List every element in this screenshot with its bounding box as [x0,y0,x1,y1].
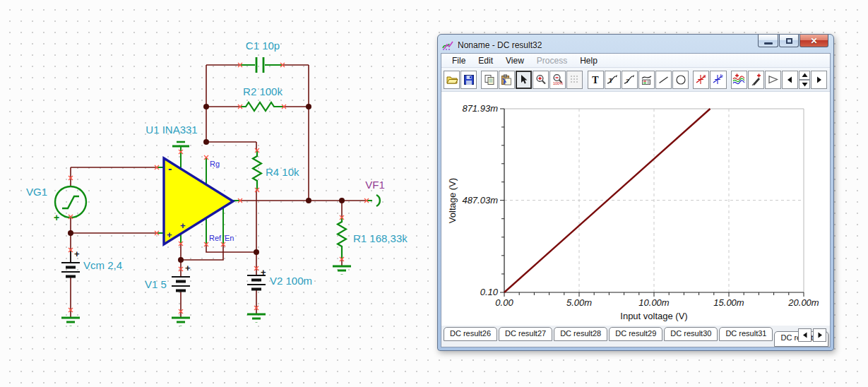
y-tick-label: 487.03m [462,195,498,206]
paste-button[interactable] [499,71,515,89]
component-r2[interactable] [240,102,284,111]
page-spinner[interactable] [799,71,810,89]
tab-dc-result30[interactable]: DC result30 [664,327,718,341]
vg1-plus-mark: + [54,212,59,223]
label-u1[interactable]: U1 INA331 [145,124,197,136]
label-vcm[interactable]: Vcm 2,4 [83,259,122,271]
component-v1[interactable] [172,277,190,291]
x-tick-label: 20.00m [787,297,819,308]
svg-text:T: T [592,75,599,85]
menu-process: Process [530,54,573,67]
svg-text:b: b [720,73,723,79]
title-bar[interactable]: Noname - DC result32 ✕ [441,37,831,53]
opamp-plus-mark2: + [180,220,186,231]
add-curves-icon [732,73,745,85]
maximize-icon [786,38,792,44]
pointer-tool-button[interactable] [516,71,532,89]
label-vf1[interactable]: VF1 [365,179,385,191]
text-tool-icon: T [590,74,600,85]
schematic-canvas[interactable]: C1 10p R2 100k U1 INA331 R4 10k VG1 Vcm … [0,0,438,387]
maximize-button[interactable] [779,35,799,47]
cursor-a-button[interactable]: a [693,71,709,89]
label-v2[interactable]: V2 100m [270,275,312,287]
marker-arrow-button[interactable] [765,71,781,89]
text-tool-button[interactable]: T [588,71,604,89]
zoom-in-button[interactable] [533,71,549,89]
cursor-a-icon: a [695,73,707,85]
curve-label-icon: T [607,74,619,85]
svg-text:100%: 100% [553,81,563,85]
curve-label-button[interactable]: T [605,71,621,89]
minimize-button[interactable] [758,35,778,47]
result-tab-bar: DC result26 DC result27 DC result28 DC r… [441,326,830,347]
marker-arrow-icon [768,74,779,85]
copy-button[interactable] [481,71,497,89]
curve-query-button[interactable]: ? [622,71,638,89]
vcm-plus-mark: + [74,249,80,259]
label-r1[interactable]: R1 168,33k [353,232,408,244]
toolbar: 100% T [441,68,830,92]
tina-desktop: { "circuit": { "colors": { "wire": "#6e1… [0,0,868,387]
probe-button[interactable] [748,71,764,89]
x-tick-label: 15.00m [713,297,744,308]
menu-help[interactable]: Help [573,54,604,67]
x-axis-title: Input voltage (V) [620,311,687,321]
minimize-icon [764,42,773,44]
tab-dc-result27[interactable]: DC result27 [499,327,552,341]
close-button[interactable]: ✕ [799,35,828,47]
grid-toggle-button [566,71,583,89]
zoom-in-icon [535,74,547,85]
label-v1[interactable]: V1 5 [145,278,167,290]
result-window: Noname - DC result32 ✕ File Edit View Pr… [437,34,834,351]
node-x-marks [69,63,369,314]
probe-pen-icon [750,73,762,85]
tab-dc-result28[interactable]: DC result28 [554,327,607,341]
dc-transfer-chart[interactable]: 0.005.00m10.00m15.00m20.00m0.10487.03m87… [441,92,831,326]
menu-edit[interactable]: Edit [472,54,499,67]
svg-text:T: T [609,78,613,84]
save-button[interactable] [460,71,477,89]
spinner-up-button[interactable] [799,71,810,80]
component-c1[interactable] [240,57,283,73]
label-vg1[interactable]: VG1 [26,186,47,198]
menu-file[interactable]: File [446,54,472,67]
diagram-curves-icon [442,40,454,51]
menu-view[interactable]: View [499,54,530,67]
line-tool-button[interactable] [655,71,672,89]
x-tick-label: 0.00 [495,297,513,308]
pin-label-ref: Ref [209,234,222,242]
tab-dc-result31[interactable]: DC result31 [719,327,773,341]
svg-text:?: ? [626,78,629,84]
page-right-button[interactable] [811,71,827,89]
component-r1[interactable] [338,218,346,259]
cursor-b-button[interactable]: b [710,71,726,89]
tab-scroll-left-button[interactable] [798,328,811,342]
tab-dc-result29[interactable]: DC result29 [609,327,662,341]
add-curves-button[interactable] [731,71,747,89]
open-folder-icon [446,74,458,85]
label-r4[interactable]: R4 10k [266,166,299,178]
component-r4[interactable] [253,150,261,190]
v2-plus-mark: + [261,267,266,278]
paste-icon [501,74,512,85]
vf1-probe[interactable] [367,195,380,206]
arrow-left-icon [787,76,793,83]
arrow-up-icon [802,73,808,78]
label-c1[interactable]: C1 10p [246,40,280,52]
spinner-down-button[interactable] [799,80,810,89]
plot-area[interactable]: 0.005.00m10.00m15.00m20.00m0.10487.03m87… [441,92,830,326]
component-vg1[interactable] [55,186,86,218]
tab-dc-result26[interactable]: DC result26 [444,327,497,341]
arrow-right-icon [817,332,823,338]
x-tick-label: 5.00m [566,297,592,308]
pin-label-rg: Rg [210,160,220,168]
label-r2[interactable]: R2 100k [243,85,283,97]
tab-scroll-right-button[interactable] [813,328,826,342]
window-body: File Edit View Process Help [441,53,831,347]
x-tick-label: 10.00m [638,297,670,308]
open-button[interactable] [444,71,460,89]
zoom-100-button[interactable]: 100% [549,71,566,89]
legend-button[interactable] [638,71,655,89]
ellipse-tool-button[interactable] [672,71,689,89]
page-left-button[interactable] [782,71,798,89]
